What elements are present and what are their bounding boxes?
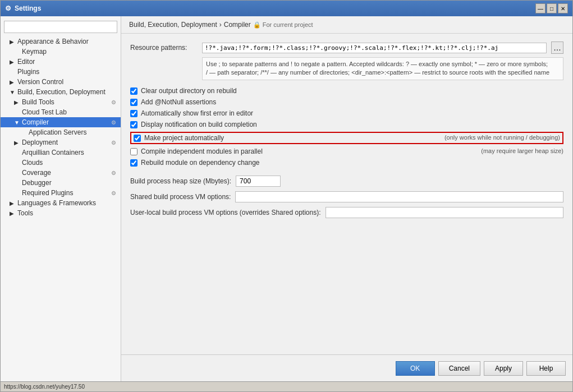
make-auto-label[interactable]: Make project automatically [144, 134, 224, 142]
help-button[interactable]: Help [526, 361, 566, 376]
sidebar-item-languages[interactable]: ▶ Languages & Frameworks [1, 198, 121, 208]
sidebar-item-clouds[interactable]: Clouds [1, 158, 121, 168]
content-area: ▶ Appearance & Behavior Keymap ▶ Editor … [1, 16, 572, 381]
ok-button[interactable]: OK [396, 361, 435, 376]
notification-label[interactable]: Display notification on build completion [141, 121, 257, 128]
maximize-button[interactable]: □ [547, 3, 557, 13]
clear-output-label[interactable]: Clear output directory on rebuild [141, 87, 237, 95]
status-bar-text: https://blog.csdn.net/yuhey17.50 [4, 384, 85, 390]
resource-patterns-row: Resource patterns: … [130, 41, 563, 54]
make-auto-checkbox[interactable] [134, 135, 141, 142]
status-bar: https://blog.csdn.net/yuhey17.50 [1, 381, 572, 391]
sidebar-item-label: Required Plugins [22, 189, 73, 197]
arrow-icon: ▼ [10, 89, 15, 95]
sidebar-item-label: Build Tools [22, 98, 54, 106]
project-link[interactable]: 🔒 For current project [253, 21, 313, 29]
option-clear-output: Clear output directory on rebuild [130, 87, 563, 95]
sidebar-item-label: Coverage [22, 169, 51, 177]
settings-content: Resource patterns: … Use ; to separate p… [121, 34, 572, 354]
sidebar-item-application-servers[interactable]: Application Servers [1, 127, 121, 137]
shared-vm-label: Shared build process VM options: [130, 193, 231, 201]
option-make-auto: Make project automatically (only works w… [130, 132, 563, 144]
apply-button[interactable]: Apply [484, 361, 523, 376]
user-vm-label: User-local build process VM options (ove… [130, 209, 321, 216]
gear-icon: ⚙ [111, 119, 116, 126]
minimize-button[interactable]: — [535, 3, 546, 13]
sidebar-item-label: Keymap [22, 48, 47, 56]
hint-text: Use ; to separate patterns and ! to nega… [202, 57, 563, 80]
sidebar-item-label: Cloud Test Lab [22, 108, 67, 116]
main-panel: Build, Execution, Deployment › Compiler … [121, 16, 572, 381]
rebuild-dependency-checkbox[interactable] [130, 159, 137, 167]
parallel-label[interactable]: Compile independent modules in parallel [141, 147, 263, 155]
arrow-icon: ▶ [10, 200, 15, 206]
sidebar-item-label: Appearance & Behavior [17, 38, 89, 45]
user-vm-row: User-local build process VM options (ove… [130, 207, 563, 218]
sidebar-item-arquillian[interactable]: Arquillian Containers [1, 147, 121, 158]
sidebar-item-label: Debugger [22, 179, 52, 187]
breadcrumb-path: Build, Execution, Deployment [129, 21, 217, 29]
resource-patterns-input[interactable] [202, 43, 547, 53]
resource-patterns-label: Resource patterns: [130, 44, 198, 52]
cancel-button[interactable]: Cancel [438, 361, 480, 376]
sidebar-item-debugger[interactable]: Debugger [1, 178, 121, 188]
browse-icon: … [553, 43, 561, 52]
heap-size-label: Build process heap size (Mbytes): [130, 177, 231, 185]
sidebar-item-label: Editor [17, 58, 35, 66]
gear-icon: ⚙ [111, 140, 116, 146]
notification-checkbox[interactable] [130, 121, 137, 128]
sidebar-item-build-exec[interactable]: ▼ Build, Execution, Deployment [1, 87, 121, 97]
sidebar-item-editor[interactable]: ▶ Editor [1, 57, 121, 67]
sidebar-item-label: Plugins [17, 68, 39, 76]
rebuild-dependency-label[interactable]: Rebuild module on dependency change [141, 159, 260, 167]
gear-icon: ⚙ [111, 170, 116, 176]
sidebar-item-build-tools[interactable]: ▶ Build Tools ⚙ [1, 97, 121, 107]
sidebar: ▶ Appearance & Behavior Keymap ▶ Editor … [1, 16, 121, 381]
search-box [4, 21, 117, 33]
parallel-checkbox[interactable] [130, 148, 137, 155]
heap-size-input[interactable] [236, 176, 281, 187]
gear-icon: ⚙ [111, 190, 116, 196]
sidebar-item-label: Arquillian Containers [22, 149, 84, 156]
sidebar-item-label: Clouds [22, 159, 43, 167]
sidebar-item-label: Deployment [22, 139, 58, 146]
sidebar-item-label: Application Servers [29, 128, 86, 136]
resource-patterns-browse-button[interactable]: … [551, 41, 563, 54]
sidebar-item-version-control[interactable]: ▶ Version Control [1, 77, 121, 87]
shared-vm-input[interactable] [235, 191, 563, 202]
heap-size-row: Build process heap size (Mbytes): [130, 176, 563, 187]
sidebar-item-label: Tools [17, 209, 33, 217]
breadcrumb: Build, Execution, Deployment › Compiler … [121, 16, 572, 34]
not-null-checkbox[interactable] [130, 99, 137, 106]
breadcrumb-sep: › [219, 21, 222, 29]
arrow-icon: ▶ [10, 59, 15, 65]
sidebar-item-coverage[interactable]: Coverage ⚙ [1, 168, 121, 178]
shared-vm-row: Shared build process VM options: [130, 191, 563, 202]
show-error-checkbox[interactable] [130, 110, 137, 117]
sidebar-item-cloud-test-lab[interactable]: Cloud Test Lab [1, 107, 121, 117]
option-show-error: Automatically show first error in editor [130, 109, 563, 117]
sidebar-item-compiler[interactable]: ▼ Compiler ⚙ [1, 117, 121, 127]
make-auto-note: (only works while not running / debuggin… [433, 134, 560, 141]
arrow-icon: ▶ [14, 99, 20, 105]
sidebar-item-deployment[interactable]: ▶ Deployment ⚙ [1, 137, 121, 147]
breadcrumb-current: Compiler [224, 21, 251, 29]
arrow-icon: ▶ [14, 140, 20, 146]
not-null-label[interactable]: Add @NotNull assertions [141, 98, 216, 106]
section-spacer [130, 170, 563, 173]
project-lock-icon: 🔒 [253, 21, 261, 29]
search-input[interactable] [4, 21, 117, 33]
close-button[interactable]: ✕ [558, 3, 568, 13]
sidebar-item-appearance[interactable]: ▶ Appearance & Behavior [1, 36, 121, 47]
sidebar-item-keymap[interactable]: Keymap [1, 47, 121, 57]
user-vm-input[interactable] [326, 207, 564, 218]
footer: OK Cancel Apply Help [121, 354, 572, 381]
arrow-icon: ▼ [14, 119, 20, 126]
sidebar-item-plugins[interactable]: Plugins [1, 67, 121, 77]
sidebar-item-required-plugins[interactable]: Required Plugins ⚙ [1, 188, 121, 198]
sidebar-item-tools[interactable]: ▶ Tools [1, 208, 121, 218]
option-parallel: Compile independent modules in parallel … [130, 147, 563, 155]
option-not-null: Add @NotNull assertions [130, 98, 563, 106]
clear-output-checkbox[interactable] [130, 87, 137, 95]
show-error-label[interactable]: Automatically show first error in editor [141, 109, 253, 117]
